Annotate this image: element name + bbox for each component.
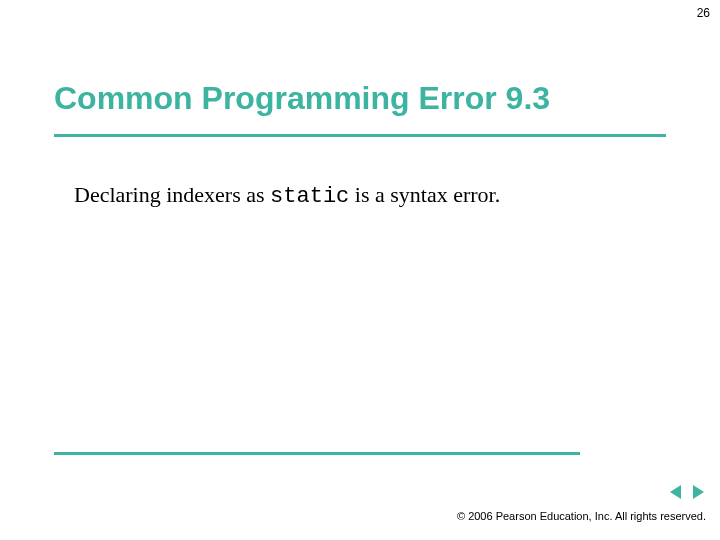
triangle-left-icon [668,484,684,500]
page-number: 26 [697,6,710,20]
copyright-text: © 2006 Pearson Education, Inc. All right… [457,510,706,522]
slide-title: Common Programming Error 9.3 [54,80,550,117]
title-underline [54,134,666,137]
nav-controls [668,484,706,500]
body-suffix: is a syntax error. [349,182,500,207]
triangle-right-icon [690,484,706,500]
bottom-rule [54,452,580,455]
prev-button[interactable] [668,484,684,500]
next-button[interactable] [690,484,706,500]
svg-marker-0 [670,485,681,499]
body-text: Declaring indexers as static is a syntax… [74,182,500,209]
body-prefix: Declaring indexers as [74,182,270,207]
svg-marker-1 [693,485,704,499]
body-code: static [270,184,349,209]
